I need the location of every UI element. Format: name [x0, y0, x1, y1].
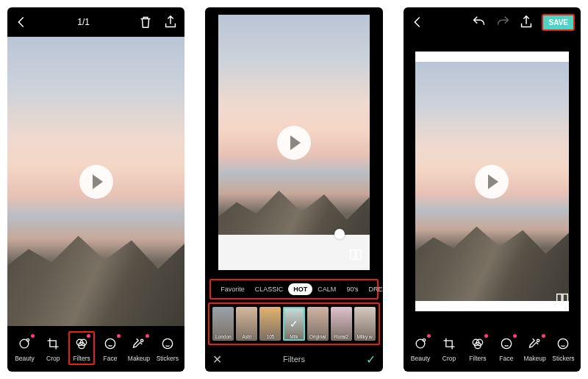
tool-label: Stickers — [552, 355, 574, 362]
preview-scene — [7, 216, 184, 326]
confirm-button[interactable]: ✓ — [366, 353, 376, 366]
svg-point-19 — [559, 339, 568, 348]
share-icon[interactable] — [518, 14, 534, 30]
tool-face[interactable]: Face — [97, 333, 123, 364]
svg-rect-8 — [350, 250, 354, 260]
tool-filters[interactable]: Filters — [68, 331, 95, 365]
tool-crop[interactable]: Crop — [40, 333, 66, 364]
filter-thumb-astri[interactable]: Astri — [236, 307, 257, 341]
svg-point-1 — [27, 339, 29, 341]
category-classic[interactable]: CLASSIC — [250, 283, 289, 295]
redo-icon[interactable] — [495, 14, 511, 30]
tool-face[interactable]: Face — [493, 333, 520, 364]
preview-scene — [415, 210, 569, 302]
play-icon[interactable] — [475, 165, 509, 199]
category-dreamy[interactable]: DREAMY — [364, 283, 383, 295]
new-badge-dot — [513, 334, 517, 338]
filter-thumb-original[interactable]: Original — [307, 307, 329, 341]
svg-point-17 — [501, 339, 511, 348]
sticker-icon — [159, 336, 176, 352]
back-icon[interactable] — [409, 14, 426, 30]
filter-thumb-105[interactable]: 105 — [259, 307, 281, 341]
svg-point-18 — [537, 339, 539, 341]
back-icon[interactable] — [13, 14, 29, 30]
crop-icon — [441, 336, 457, 352]
close-button[interactable]: ✕ — [212, 353, 222, 366]
new-badge-dot — [146, 334, 149, 338]
video-preview[interactable] — [7, 37, 184, 326]
sparkle-icon — [16, 336, 32, 352]
filters-icon — [470, 336, 486, 352]
category-90's[interactable]: 90's — [341, 283, 363, 295]
filter-thumb-floral2[interactable]: Floral2 — [331, 307, 352, 341]
new-badge-dot — [484, 334, 488, 338]
filter-thumb-london[interactable]: London — [212, 307, 234, 341]
panel-title-bar: ✕ Filters ✓ — [205, 347, 382, 372]
top-bar: SAVE — [404, 7, 581, 37]
bottom-toolbar: BeautyCropFiltersFaceMakeupStickers — [404, 326, 581, 372]
top-bar: 1/1 — [7, 7, 184, 37]
new-badge-dot — [87, 334, 90, 338]
compare-icon[interactable] — [554, 291, 570, 307]
tool-makeup[interactable]: Makeup — [522, 333, 548, 364]
category-hot[interactable]: HOT — [288, 283, 312, 295]
svg-point-13 — [423, 339, 425, 341]
compare-icon[interactable] — [348, 247, 364, 263]
filters-icon — [74, 336, 90, 352]
tool-label: Filters — [74, 355, 90, 362]
thumb-label: Milky w — [356, 334, 372, 339]
new-badge-dot — [117, 334, 121, 338]
save-button[interactable]: SAVE — [542, 14, 575, 31]
sparkle-icon — [412, 336, 429, 352]
category-calm[interactable]: CALM — [312, 283, 341, 295]
share-icon[interactable] — [162, 14, 179, 30]
thumb-label: Original — [309, 334, 326, 339]
svg-rect-9 — [356, 250, 361, 260]
screen-2-filters: FavoriteCLASSICHOTCALM90'sDREAMY LondonA… — [205, 7, 382, 372]
play-icon[interactable] — [277, 126, 311, 160]
video-preview[interactable] — [415, 62, 569, 301]
filter-thumb-milky-w[interactable]: Milky w — [354, 307, 376, 341]
tool-filters[interactable]: Filters — [465, 333, 491, 364]
filter-thumb-milk[interactable]: Milk — [283, 307, 304, 341]
intensity-slider-handle[interactable] — [334, 229, 345, 239]
tool-label: Face — [499, 355, 513, 362]
tool-label: Filters — [469, 355, 486, 362]
face-icon — [102, 336, 118, 352]
tool-label: Makeup — [128, 355, 150, 362]
tool-label: Beauty — [411, 355, 430, 362]
page-counter: 1/1 — [77, 17, 90, 27]
makeup-icon — [131, 336, 147, 352]
tool-beauty[interactable]: Beauty — [11, 333, 37, 364]
video-preview[interactable] — [218, 15, 369, 270]
tool-crop[interactable]: Crop — [436, 333, 462, 364]
play-icon[interactable] — [79, 165, 113, 199]
delete-icon[interactable] — [137, 14, 154, 30]
tool-label: Crop — [442, 355, 456, 362]
new-badge-dot — [427, 334, 431, 338]
svg-rect-11 — [563, 294, 567, 304]
new-badge-dot — [542, 334, 545, 338]
screen-1-editor: 1/1 BeautyCropFiltersFaceMakeupStickers — [7, 7, 184, 372]
crop-icon — [45, 336, 61, 352]
tool-makeup[interactable]: Makeup — [126, 333, 152, 364]
sticker-icon — [555, 336, 571, 352]
tool-beauty[interactable]: Beauty — [407, 333, 434, 364]
video-frame — [415, 52, 569, 311]
tool-stickers[interactable]: Stickers — [154, 333, 181, 364]
thumb-label: London — [215, 334, 232, 339]
category-favorite[interactable]: Favorite — [215, 283, 250, 295]
tool-label: Stickers — [157, 355, 179, 362]
thumb-label: Milk — [290, 334, 298, 339]
tool-label: Beauty — [15, 355, 34, 362]
svg-point-5 — [105, 339, 115, 348]
face-icon — [498, 336, 514, 352]
thumb-label: Floral2 — [334, 334, 348, 339]
new-badge-dot — [31, 334, 35, 338]
filter-thumbnails: LondonAstri105MilkOriginalFloral2Milky w — [208, 302, 379, 345]
tool-stickers[interactable]: Stickers — [550, 333, 576, 364]
undo-icon[interactable] — [471, 14, 487, 30]
tool-label: Face — [104, 355, 118, 362]
makeup-icon — [527, 336, 543, 352]
panel-title: Filters — [283, 355, 305, 364]
